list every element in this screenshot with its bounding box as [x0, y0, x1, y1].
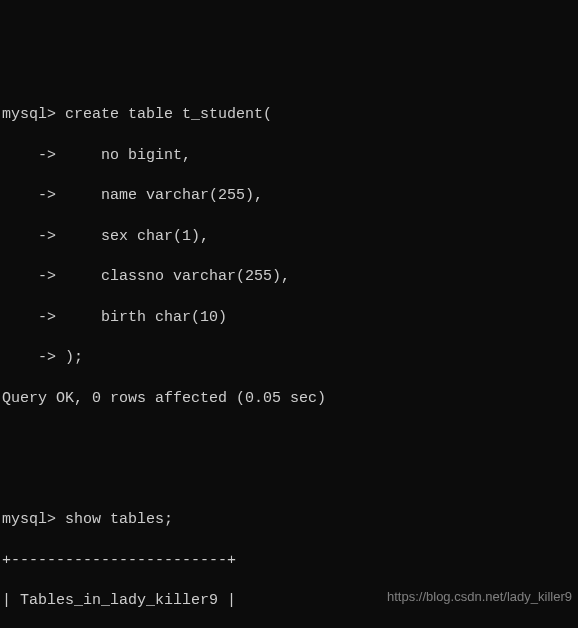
blank-line — [2, 429, 578, 449]
table-border: +------------------------+ — [2, 551, 578, 571]
create-cmd: create table t_student( — [56, 106, 272, 123]
mysql-prompt: mysql> — [2, 511, 56, 528]
cont-line: -> birth char(10) — [2, 308, 578, 328]
cont-line: -> no bigint, — [2, 146, 578, 166]
mysql-prompt: mysql> — [2, 106, 56, 123]
cont-line: -> name varchar(255), — [2, 186, 578, 206]
show-tables-cmd: show tables; — [56, 511, 173, 528]
cont-line: -> ); — [2, 348, 578, 368]
watermark-text: https://blog.csdn.net/lady_killer9 — [387, 588, 572, 606]
cont-line: -> sex char(1), — [2, 227, 578, 247]
prompt-line[interactable]: mysql> create table t_student( — [2, 105, 578, 125]
query-result: Query OK, 0 rows affected (0.05 sec) — [2, 389, 578, 409]
prompt-line[interactable]: mysql> show tables; — [2, 510, 578, 530]
cont-line: -> classno varchar(255), — [2, 267, 578, 287]
